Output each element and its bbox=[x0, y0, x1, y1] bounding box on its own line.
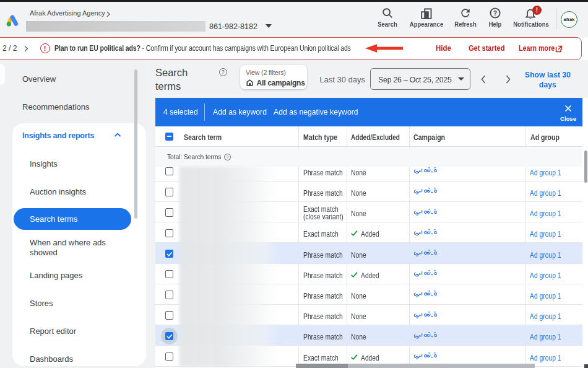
svg-text:?: ? bbox=[493, 9, 497, 17]
